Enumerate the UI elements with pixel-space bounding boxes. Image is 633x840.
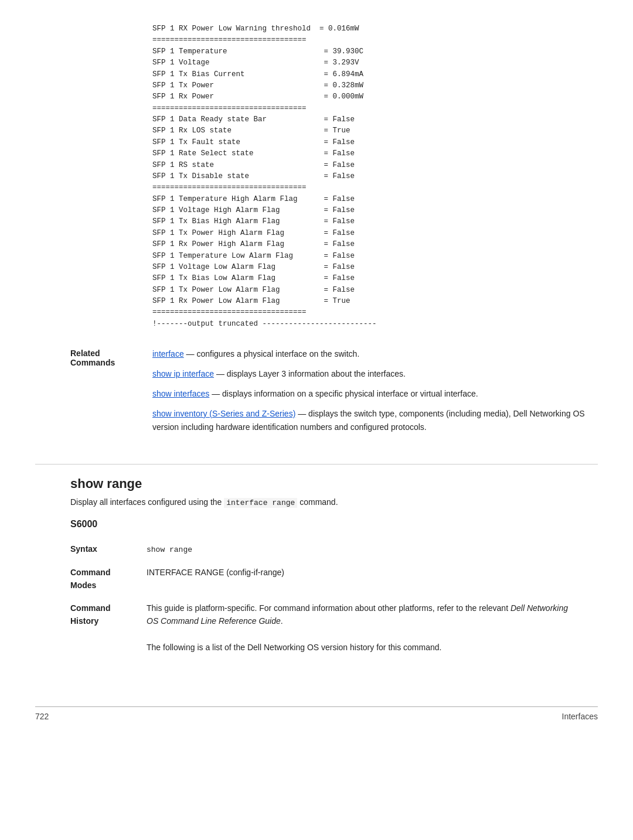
code-block: SFP 1 RX Power Low Warning threshold = 0… — [152, 23, 598, 330]
related-desc-2: — displays Layer 3 information about the… — [214, 369, 406, 378]
show-interfaces-link[interactable]: show interfaces — [152, 389, 209, 398]
related-desc-1: — configures a physical interface on the… — [184, 349, 360, 358]
syntax-code: show range — [147, 545, 192, 554]
command-modes-value: INTERFACE RANGE (config-if-range) — [147, 562, 574, 598]
related-item-4: show inventory (S-Series and Z-Series) —… — [152, 407, 598, 435]
show-range-description: Display all interfaces configured using … — [70, 497, 598, 507]
command-modes-label: CommandModes — [70, 562, 147, 598]
footer: 722 Interfaces — [35, 706, 598, 721]
command-history-value: This guide is platform-specific. For com… — [147, 598, 574, 660]
related-desc-3: — displays information on a specific phy… — [209, 389, 478, 398]
history-period: . — [281, 616, 283, 626]
related-commands-label: RelatedCommands — [70, 347, 152, 441]
syntax-value: show range — [147, 539, 574, 562]
syntax-row: Syntax show range — [70, 539, 574, 562]
history-text1: This guide is platform-specific. For com… — [147, 603, 511, 613]
show-range-title: show range — [70, 476, 598, 491]
command-history-row: CommandHistory This guide is platform-sp… — [70, 598, 574, 660]
desc-code: interface range — [224, 498, 297, 508]
info-table: Syntax show range CommandModes INTERFACE… — [70, 539, 574, 660]
related-item-1: interface — configures a physical interf… — [152, 347, 598, 361]
page-number: 722 — [35, 712, 49, 721]
history-text2: The following is a list of the Dell Netw… — [147, 643, 441, 652]
show-ip-interface-link[interactable]: show ip interface — [152, 369, 214, 378]
related-commands-section: RelatedCommands interface — configures a… — [70, 347, 598, 441]
syntax-label: Syntax — [70, 539, 147, 562]
related-commands-content: interface — configures a physical interf… — [152, 347, 598, 441]
related-item-3: show interfaces — displays information o… — [152, 387, 598, 401]
section-label: Interfaces — [562, 712, 598, 721]
desc-suffix: command. — [297, 497, 338, 507]
command-history-label: CommandHistory — [70, 598, 147, 660]
interface-link[interactable]: interface — [152, 349, 184, 358]
desc-prefix: Display all interfaces configured using … — [70, 497, 224, 507]
section-divider — [35, 464, 598, 465]
show-inventory-link[interactable]: show inventory (S-Series and Z-Series) — [152, 409, 295, 418]
command-modes-row: CommandModes INTERFACE RANGE (config-if-… — [70, 562, 574, 598]
related-item-2: show ip interface — displays Layer 3 inf… — [152, 367, 598, 381]
s6000-label: S6000 — [70, 519, 598, 530]
